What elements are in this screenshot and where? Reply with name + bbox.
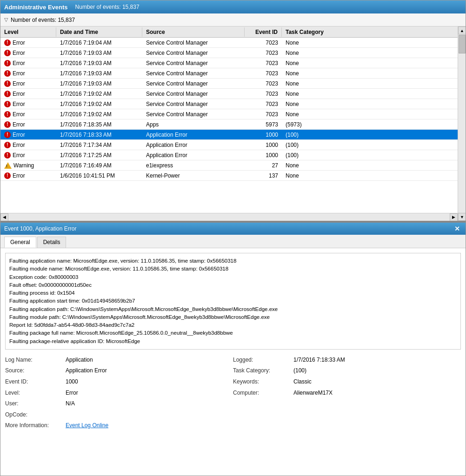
col-datetime: 1/7/2016 7:17:34 AM — [56, 141, 142, 149]
table-row[interactable]: !Error1/7/2016 7:19:03 AMService Control… — [0, 48, 458, 58]
table-row[interactable]: !Error1/7/2016 7:19:02 AMService Control… — [0, 109, 458, 119]
event-id-label: Event ID: — [5, 377, 66, 387]
table-row[interactable]: !Error1/7/2016 7:17:25 AMApplication Err… — [0, 150, 458, 160]
user-label: User: — [5, 399, 66, 409]
col-eventid: 7023 — [245, 110, 282, 119]
table-row[interactable]: !Error1/7/2016 7:19:03 AMService Control… — [0, 58, 458, 68]
detail-text-box: Faulting application name: MicrosoftEdge… — [5, 253, 461, 350]
col-datetime: 1/7/2016 7:18:33 AM — [56, 131, 142, 139]
col-datetime: 1/7/2016 7:19:03 AM — [56, 79, 142, 88]
table-row[interactable]: !Error1/7/2016 7:19:04 AMService Control… — [0, 38, 458, 48]
col-header-datetime: Date and Time — [56, 27, 142, 37]
detail-tabs: General Details — [0, 235, 466, 248]
scroll-thumb[interactable] — [459, 35, 466, 53]
error-icon: ! — [4, 132, 11, 138]
event-id-value: 1000 — [66, 377, 233, 387]
detail-line-3: Exception code: 0x80000003 — [9, 273, 457, 281]
keywords-label: Keywords: — [233, 377, 293, 387]
col-taskcategory: (100) — [282, 151, 458, 159]
level-text: Error — [13, 50, 25, 56]
title-bar: Administrative Events Number of events: … — [0, 0, 466, 13]
col-datetime: 1/7/2016 7:19:03 AM — [56, 69, 142, 78]
hscroll-right-btn[interactable]: ▶ — [450, 213, 458, 221]
level-text: Error — [13, 80, 25, 87]
level-text: Error — [13, 70, 25, 77]
table-row[interactable]: !Error1/7/2016 7:17:34 AMApplication Err… — [0, 140, 458, 150]
log-name-value: Application — [66, 355, 233, 365]
col-eventid: 7023 — [245, 79, 282, 88]
col-datetime: 1/7/2016 7:19:02 AM — [56, 90, 142, 98]
level-text: Error — [13, 40, 25, 46]
error-icon: ! — [4, 172, 11, 179]
col-level: !Error — [0, 49, 56, 57]
col-level: !Error — [0, 151, 56, 159]
col-datetime: 1/7/2016 7:19:02 AM — [56, 110, 142, 119]
level-text: Error — [13, 142, 25, 148]
col-header-eventid: Event ID — [245, 27, 282, 37]
vertical-scrollbar[interactable]: ▲ ▼ — [458, 26, 466, 221]
error-icon: ! — [4, 111, 11, 118]
filter-label: Number of events: 15,837 — [11, 17, 75, 23]
col-taskcategory: (100) — [282, 141, 458, 149]
col-source: Service Control Manager — [142, 49, 245, 57]
horizontal-scrollbar[interactable]: ◀ ▶ — [0, 213, 458, 221]
table-row[interactable]: !Error1/7/2016 7:19:03 AMService Control… — [0, 68, 458, 79]
tab-general[interactable]: General — [4, 237, 36, 248]
col-taskcategory: None — [282, 49, 458, 57]
error-icon: ! — [4, 40, 11, 46]
col-level: !Error — [0, 100, 56, 108]
col-source: Service Control Manager — [142, 79, 245, 88]
table-row[interactable]: Warning1/7/2016 7:16:49 AMe1iexpress27No… — [0, 160, 458, 171]
table-row[interactable]: !Error1/7/2016 7:18:35 AMApps5973(5973) — [0, 119, 458, 130]
col-datetime: 1/7/2016 7:19:02 AM — [56, 100, 142, 108]
table-row[interactable]: !Error1/7/2016 7:19:03 AMService Control… — [0, 79, 458, 89]
col-header-source: Source — [142, 27, 245, 37]
col-eventid: 7023 — [245, 90, 282, 98]
detail-fields: Log Name: Application Logged: 1/7/2016 7… — [5, 355, 461, 431]
col-eventid: 1000 — [245, 151, 282, 159]
table-row[interactable]: !Error1/7/2016 7:19:02 AMService Control… — [0, 99, 458, 109]
col-taskcategory: None — [282, 90, 458, 98]
detail-panel: Event 1000, Application Error ✕ General … — [0, 222, 466, 476]
col-source: Application Error — [142, 131, 245, 139]
keywords-value: Classic — [293, 377, 461, 387]
window-title: Administrative Events — [4, 4, 68, 11]
detail-line-8: Faulting module path: C:\Windows\SystemA… — [9, 313, 457, 321]
col-taskcategory: None — [282, 100, 458, 108]
tab-details[interactable]: Details — [37, 237, 67, 248]
col-level: !Error — [0, 90, 56, 98]
hscroll-left-btn[interactable]: ◀ — [0, 213, 8, 221]
col-level: Warning — [0, 161, 56, 170]
scroll-up-btn[interactable]: ▲ — [458, 26, 466, 34]
col-eventid: 1000 — [245, 131, 282, 139]
col-taskcategory: (100) — [282, 131, 458, 139]
events-table-area: Level Date and Time Source Event ID Task… — [0, 26, 466, 222]
scroll-track[interactable] — [458, 34, 466, 213]
table-header: Level Date and Time Source Event ID Task… — [0, 26, 458, 38]
error-icon: ! — [4, 152, 11, 159]
table-row[interactable]: !Error1/7/2016 7:19:02 AMService Control… — [0, 89, 458, 99]
log-name-label: Log Name: — [5, 355, 66, 365]
scroll-down-btn[interactable]: ▼ — [458, 213, 466, 221]
col-level: !Error — [0, 141, 56, 149]
source-label: Source: — [5, 366, 66, 376]
detail-content: Faulting application name: MicrosoftEdge… — [0, 248, 466, 476]
level-text: Error — [13, 121, 25, 128]
detail-title: Event 1000, Application Error — [4, 225, 76, 232]
col-header-level: Level — [0, 27, 56, 37]
hscroll-track[interactable] — [8, 213, 450, 221]
task-category-label: Task Category: — [233, 366, 293, 376]
level-text: Error — [13, 152, 25, 159]
table-row[interactable]: !Error1/7/2016 7:18:33 AMApplication Err… — [0, 130, 458, 140]
level-label: Level: — [5, 388, 66, 398]
col-source: Service Control Manager — [142, 69, 245, 78]
table-row[interactable]: !Error1/6/2016 10:41:51 PMKernel-Power13… — [0, 171, 458, 181]
more-info-link[interactable]: Event Log Online — [66, 422, 108, 429]
detail-close-button[interactable]: ✕ — [453, 225, 462, 232]
level-value: Error — [66, 388, 233, 398]
task-category-value: (100) — [293, 366, 461, 376]
error-icon: ! — [4, 142, 11, 148]
detail-title-bar: Event 1000, Application Error ✕ — [0, 223, 466, 235]
detail-line-4: Fault offset: 0x00000000001d50ec — [9, 281, 457, 289]
col-eventid: 5973 — [245, 120, 282, 129]
